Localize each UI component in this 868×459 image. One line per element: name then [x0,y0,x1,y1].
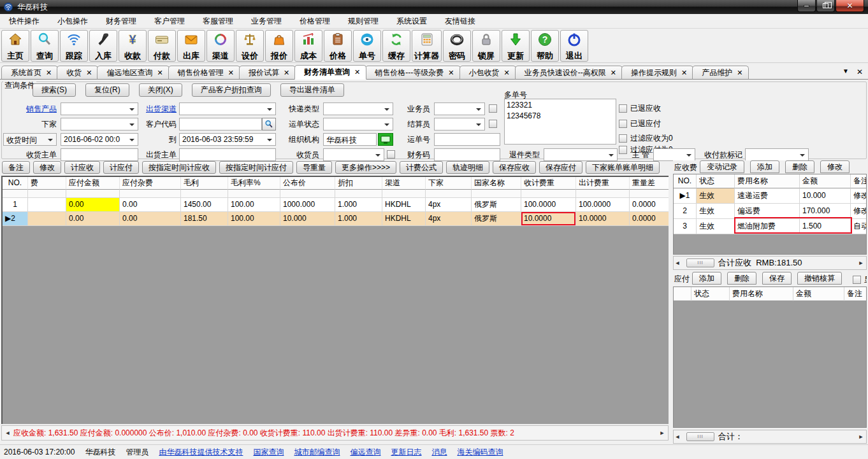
toolbar-cache-button[interactable]: 缓存 [382,30,410,62]
billing-formula-button[interactable]: 计费公式 [400,161,443,174]
tab-sales-price-grade-fee[interactable]: 销售价格---等级杂费✕ [365,66,460,80]
toolbar-inbound-button[interactable]: 入库 [89,30,117,62]
tab-salesman-quick-setprice[interactable]: 业务员快速设价--高权限✕ [515,66,623,80]
remark-button[interactable]: 备注 [2,161,30,174]
column-header[interactable]: NO. [3,177,28,190]
calc-payable-by-time-button[interactable]: 按指定时间计应付 [219,161,293,174]
salesman-checkbox[interactable] [489,104,497,113]
restore-button[interactable] [816,0,835,12]
column-header[interactable]: 出计费重 [576,177,630,190]
column-header[interactable]: 费用名称 [735,174,800,188]
pay-delete-button[interactable]: 删除 [727,272,756,285]
column-header[interactable]: 毛利率% [228,177,280,190]
update-log-link[interactable]: 更新日志 [391,447,421,458]
ship-channel-select[interactable] [179,102,276,115]
tab-close-icon[interactable]: ✕ [737,69,742,77]
tab-close-icon[interactable]: ✕ [681,69,687,77]
country-query-link[interactable]: 国家查询 [253,447,284,458]
scroll-left-icon[interactable]: ◄ [674,434,681,440]
column-header[interactable]: 备注 [851,174,867,188]
tab-close-icon[interactable]: ✕ [46,69,52,77]
toolbar-exit-button[interactable]: 退出 [560,30,588,62]
menu-parcel-ops[interactable]: 小包操作 [48,14,97,28]
close-tab-button[interactable]: 关闭(X) [139,83,182,97]
receiver-checkbox[interactable] [387,150,395,159]
tab-scroll-dropdown-icon[interactable]: ▼ [843,67,849,76]
pay-mark-select[interactable] [745,148,809,161]
menu-service[interactable]: 客服管理 [194,14,242,28]
column-header[interactable]: 渠道 [382,177,426,190]
column-header[interactable]: 费 [28,177,66,190]
toolbar-search-button[interactable]: 查询 [31,30,59,62]
scrollbar-thumb[interactable]: III [686,432,714,441]
message-link[interactable]: 消息 [431,447,447,458]
toolbar-channel-button[interactable]: 渠道 [206,30,235,62]
tab-quote-trial[interactable]: 报价试算✕ [239,66,296,80]
menu-business[interactable]: 业务管理 [242,14,291,28]
multi-no-textarea[interactable]: 123321 12345678 [504,99,616,145]
calc-payable-button[interactable]: 计应付 [103,161,139,174]
toolbar-quote-button[interactable]: 报价 [265,30,293,62]
express-type-select[interactable] [323,102,393,115]
receive-master-input[interactable] [61,148,138,161]
tab-close-icon[interactable]: ✕ [504,69,510,77]
save-receivable-button[interactable]: 保存应收 [493,161,536,174]
toolbar-pay-button[interactable]: 付款 [148,30,176,62]
receive-time-mode-select[interactable]: 收货时间 [3,133,57,146]
tab-parcel-receive[interactable]: 小包收货✕ [459,66,516,80]
tab-operation-tips-rules[interactable]: 操作提示规则✕ [621,66,693,80]
change-log-button[interactable]: 变动记录 [700,160,744,173]
tech-support-link[interactable]: 由华磊科技提供技术支持 [159,447,243,458]
org-picker-button[interactable] [378,133,393,146]
receiver-select[interactable] [323,148,384,161]
customs-code-query-link[interactable]: 海关编码查询 [457,447,503,458]
supervisor-select[interactable] [653,148,695,161]
returned-payable-checkbox[interactable] [619,120,627,128]
tab-product-maintenance[interactable]: 产品维护✕ [692,66,749,80]
toolbar-price-button[interactable]: 价格 [324,30,352,62]
menu-price[interactable]: 价格管理 [291,14,339,28]
scroll-right-icon[interactable]: ► [857,434,865,440]
menu-express-ops[interactable]: 快件操作 [0,14,48,28]
finance-code-input[interactable] [434,148,500,161]
modify-button[interactable]: 修改 [33,161,61,174]
menu-links[interactable]: 友情链接 [436,14,484,28]
toolbar-setprice-button[interactable]: 设价 [236,30,264,62]
toolbar-trackingno-button[interactable]: 单号 [353,30,381,62]
recv-modify-button[interactable]: 修改 [820,160,850,173]
pay-cancel-audit-button[interactable]: 撤销核算 [797,272,842,285]
column-header[interactable]: 收计费重 [521,177,576,190]
column-header[interactable]: 状态 [697,174,735,188]
toolbar-lockscreen-button[interactable]: 锁屏 [472,30,500,62]
track-detail-button[interactable]: 轨迹明细 [446,161,489,174]
table-row[interactable]: ▶1 生效 速递运费 10.000 修改 [674,188,867,204]
remote-area-query-link[interactable]: 偏远查询 [350,447,380,458]
filter-receivable-zero-checkbox[interactable] [619,134,627,143]
tabbar-close-icon[interactable]: ✕ [857,67,863,76]
reset-button[interactable]: 复位(R) [85,83,129,97]
calc-receivable-button[interactable]: 计应收 [64,161,100,174]
scroll-right-icon[interactable]: ► [857,260,865,266]
product-customer-discount-query-button[interactable]: 产品客户折扣查询 [192,83,271,97]
settler-checkbox[interactable] [489,120,497,128]
scroll-right-icon[interactable]: ► [656,430,668,436]
customer-search-button[interactable] [262,118,276,131]
more-operations-button[interactable]: 更多操作>>>> [335,161,396,174]
tab-close-icon[interactable]: ✕ [157,69,163,77]
column-header[interactable]: 金额 [800,174,851,188]
show-all-fees-checkbox[interactable] [853,276,861,284]
table-row[interactable]: 2 生效 偏远费 170.000 修改 [674,204,867,219]
close-button[interactable]: ✕ [835,0,864,12]
scrollbar-thumb[interactable]: III [686,258,714,267]
scroll-left-icon[interactable]: ◄ [674,260,681,266]
toolbar-update-button[interactable]: 更新 [502,30,530,62]
menu-customer[interactable]: 客户管理 [145,14,194,28]
menu-finance[interactable]: 财务管理 [97,14,145,28]
export-return-list-button[interactable]: 导出退件清单 [280,83,344,97]
receive-time-start-picker[interactable]: 2016-06-02 00:0 [61,133,138,146]
payable-amount-cell-highlighted[interactable]: 0.00 [66,198,120,212]
column-header[interactable]: 应付金额 [66,177,120,190]
tab-close-icon[interactable]: ✕ [611,69,616,77]
toolbar-track-button[interactable]: 跟踪 [60,30,88,62]
tab-close-icon[interactable]: ✕ [228,69,234,77]
